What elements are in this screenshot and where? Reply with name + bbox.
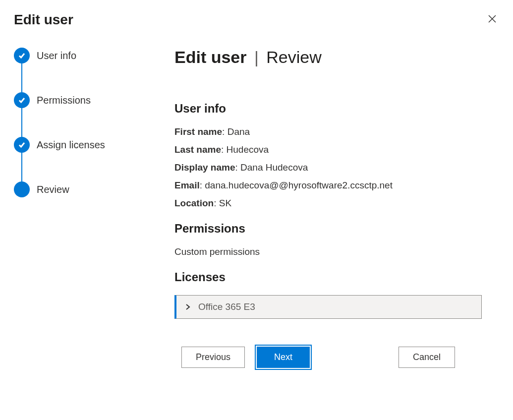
checkmark-icon bbox=[14, 92, 30, 108]
step-label: Review bbox=[37, 184, 69, 195]
step-permissions[interactable]: Permissions bbox=[14, 92, 163, 137]
close-icon bbox=[487, 17, 497, 25]
field-value: Dana Hudecova bbox=[240, 162, 308, 173]
wizard-footer: Previous Next Cancel bbox=[174, 347, 499, 368]
step-user-info[interactable]: User info bbox=[14, 48, 163, 92]
field-email: Email: dana.hudecova@@hyrosoftware2.ccsc… bbox=[174, 180, 499, 191]
field-value: Hudecova bbox=[227, 144, 269, 155]
field-value: SK bbox=[219, 198, 231, 208]
step-label: User info bbox=[37, 50, 76, 61]
step-label: Assign licenses bbox=[37, 139, 105, 151]
field-display-name: Display name: Dana Hudecova bbox=[174, 162, 499, 173]
checkmark-icon bbox=[14, 137, 30, 153]
footer-buttons: Previous Next Cancel bbox=[181, 347, 489, 368]
field-first-name: First name: Dana bbox=[174, 126, 499, 137]
page-heading-separator: | bbox=[254, 48, 259, 66]
dialog-content: User info Permissions Assign licenses Re… bbox=[0, 28, 513, 368]
page-heading-main: Edit user bbox=[174, 48, 246, 66]
page-heading-sub: Review bbox=[266, 48, 321, 66]
dialog-header: Edit user bbox=[0, 0, 513, 28]
field-value: dana.hudecova@@hyrosoftware2.ccsctp.net bbox=[205, 180, 393, 190]
cancel-button[interactable]: Cancel bbox=[399, 347, 455, 368]
step-connector bbox=[21, 107, 22, 138]
main-panel: Edit user | Review User info First name:… bbox=[163, 48, 499, 368]
field-label: Location bbox=[174, 198, 214, 208]
step-label: Permissions bbox=[37, 95, 91, 106]
section-licenses-title: Licenses bbox=[174, 270, 499, 284]
checkmark-icon bbox=[14, 48, 30, 63]
license-name: Office 365 E3 bbox=[198, 301, 255, 312]
step-review[interactable]: Review bbox=[14, 181, 163, 197]
section-permissions-title: Permissions bbox=[174, 222, 499, 236]
field-label: Last name bbox=[174, 144, 221, 155]
current-step-icon bbox=[14, 181, 30, 197]
step-connector bbox=[21, 62, 22, 93]
field-label: Display name bbox=[174, 162, 235, 173]
step-assign-licenses[interactable]: Assign licenses bbox=[14, 137, 163, 181]
previous-button[interactable]: Previous bbox=[181, 347, 245, 368]
permissions-text: Custom permissions bbox=[174, 246, 499, 257]
field-location: Location: SK bbox=[174, 198, 499, 209]
field-label: Email bbox=[174, 180, 200, 190]
field-label: First name bbox=[174, 126, 222, 137]
step-connector bbox=[21, 152, 22, 182]
next-button[interactable]: Next bbox=[257, 347, 310, 368]
license-expander[interactable]: Office 365 E3 bbox=[174, 295, 482, 319]
field-last-name: Last name: Hudecova bbox=[174, 144, 499, 155]
page-heading: Edit user | Review bbox=[174, 48, 499, 67]
chevron-right-icon bbox=[184, 303, 191, 310]
section-user-info-title: User info bbox=[174, 102, 499, 116]
field-value: Dana bbox=[228, 126, 250, 137]
dialog-title: Edit user bbox=[14, 12, 73, 28]
wizard-stepper: User info Permissions Assign licenses Re… bbox=[14, 48, 163, 368]
close-button[interactable] bbox=[485, 12, 499, 28]
